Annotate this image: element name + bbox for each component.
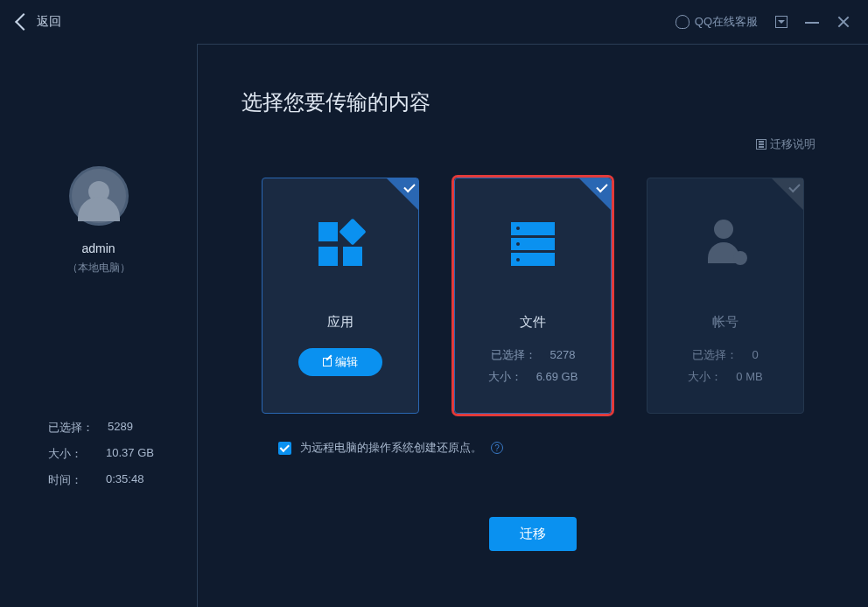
close-button[interactable]	[836, 15, 850, 29]
account-size-value: 0 MB	[736, 366, 762, 388]
avatar-body-icon	[78, 197, 120, 221]
card-account[interactable]: 帐号 已选择： 0 大小： 0 MB	[647, 178, 804, 414]
titlebar-right: QQ在线客服	[676, 14, 850, 30]
avatar	[69, 166, 129, 226]
restore-point-option: 为远程电脑的操作系统创建还原点。 ?	[278, 440, 824, 456]
account-size-label: 大小：	[688, 366, 722, 388]
document-icon	[756, 139, 766, 150]
check-icon	[579, 178, 611, 210]
migration-help-label: 迁移说明	[770, 136, 816, 152]
account-selected-label: 已选择：	[692, 345, 738, 366]
main-container: admin （本地电脑） 已选择： 5289 大小： 10.37 GB 时间： …	[0, 44, 868, 607]
card-account-title: 帐号	[712, 314, 738, 331]
content-panel: 选择您要传输的内容 迁移说明 应用 编辑	[197, 44, 868, 607]
sidebar: admin （本地电脑） 已选择： 5289 大小： 10.37 GB 时间： …	[0, 44, 197, 607]
dropdown-icon[interactable]	[775, 16, 788, 28]
card-files[interactable]: 文件 已选择： 5278 大小： 6.69 GB	[454, 178, 612, 414]
stat-size: 大小： 10.37 GB	[48, 446, 154, 462]
back-label: 返回	[37, 14, 61, 30]
qq-support-label: QQ在线客服	[695, 14, 758, 30]
card-apps-title: 应用	[327, 314, 354, 331]
check-icon	[772, 178, 803, 210]
stat-time-label: 时间：	[48, 472, 92, 488]
edit-apps-button[interactable]: 编辑	[298, 348, 382, 376]
edit-label: 编辑	[335, 354, 358, 370]
sidebar-stats: 已选择： 5289 大小： 10.37 GB 时间： 0:35:48	[0, 420, 154, 499]
help-icon[interactable]: ?	[491, 442, 503, 454]
files-size-value: 6.69 GB	[536, 366, 578, 388]
user-location-label: （本地电脑）	[67, 261, 130, 276]
apps-icon	[314, 218, 367, 270]
files-size-label: 大小：	[488, 366, 522, 388]
back-button[interactable]: 返回	[18, 14, 61, 30]
minimize-button[interactable]	[805, 15, 819, 29]
cards-container: 应用 编辑 文件 已选择： 5278	[242, 178, 824, 414]
back-arrow-icon	[15, 13, 32, 31]
migrate-button[interactable]: 迁移	[489, 517, 577, 551]
stat-selected-label: 已选择：	[48, 420, 94, 436]
migration-help-link[interactable]: 迁移说明	[756, 136, 816, 152]
card-files-title: 文件	[520, 314, 546, 331]
stat-time-value: 0:35:48	[106, 472, 144, 488]
stat-size-value: 10.37 GB	[106, 446, 154, 462]
account-selected-value: 0	[752, 345, 758, 366]
titlebar: 返回 QQ在线客服	[0, 0, 868, 44]
edit-icon	[323, 358, 332, 366]
stat-size-label: 大小：	[48, 446, 92, 462]
files-icon	[507, 218, 559, 270]
qq-support-link[interactable]: QQ在线客服	[676, 14, 758, 30]
stat-time: 时间： 0:35:48	[48, 472, 154, 488]
page-title: 选择您要传输的内容	[242, 88, 824, 116]
stat-selected-value: 5289	[108, 420, 133, 436]
card-apps[interactable]: 应用 编辑	[262, 178, 419, 414]
card-account-info: 已选择： 0 大小： 0 MB	[688, 345, 762, 387]
stat-selected: 已选择： 5289	[48, 420, 154, 436]
qq-icon	[676, 15, 690, 29]
check-icon	[387, 178, 418, 210]
account-icon	[699, 218, 752, 270]
restore-point-label: 为远程电脑的操作系统创建还原点。	[300, 440, 482, 456]
username-label: admin	[81, 241, 115, 255]
files-selected-label: 已选择：	[491, 345, 536, 366]
restore-point-checkbox[interactable]	[278, 442, 291, 455]
card-files-info: 已选择： 5278 大小： 6.69 GB	[488, 345, 578, 387]
files-selected-value: 5278	[550, 345, 576, 366]
